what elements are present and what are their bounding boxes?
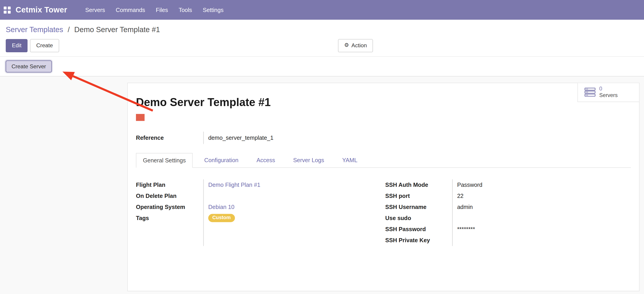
record-title: Demo Server Template #1 (136, 96, 631, 109)
tab-general-settings[interactable]: General Settings (136, 153, 193, 168)
apps-grid-icon[interactable] (4, 6, 10, 13)
servers-stat-label: Servers (599, 92, 618, 99)
top-navbar: Cetmix Tower Servers Commands Files Tool… (0, 0, 644, 20)
object-actions-bar: Create Server (0, 57, 644, 76)
create-button[interactable]: Create (30, 39, 59, 52)
action-button[interactable]: ⚙ Action (338, 39, 373, 52)
control-panel: Server Templates / Demo Server Template … (0, 20, 644, 57)
field-label-ssh-password: SSH Password (385, 224, 452, 235)
gear-icon: ⚙ (344, 42, 349, 49)
reference-value: demo_server_template_1 (203, 131, 274, 144)
field-label-ssh-username: SSH Username (385, 201, 452, 212)
breadcrumb-separator: / (68, 26, 70, 34)
field-value-ssh-password: ******** (457, 226, 475, 232)
field-column-left: Flight Plan On Delete Plan Operating Sys… (136, 179, 385, 246)
notebook-tabs: General Settings Configuration Access Se… (136, 153, 631, 168)
tag-badge-custom: Custom (208, 214, 235, 222)
nav-item-servers[interactable]: Servers (85, 7, 105, 13)
control-buttons-row: Edit Create ⚙ Action (0, 39, 644, 56)
breadcrumb-current: Demo Server Template #1 (74, 26, 160, 34)
field-value-ssh-username: admin (457, 204, 472, 210)
field-column-right: SSH Auth Mode SSH port SSH Username Use … (385, 179, 482, 246)
sheet-body: Demo Server Template #1 Reference demo_s… (128, 96, 639, 246)
action-button-label: Action (351, 42, 367, 49)
field-value-ssh-auth-mode: Password (457, 181, 482, 188)
servers-stat-button[interactable]: 0 Servers (578, 83, 639, 102)
field-value-flight-plan-link[interactable]: Demo Flight Plan #1 (208, 181, 260, 188)
reference-row: Reference demo_server_template_1 (136, 131, 631, 144)
brand-title[interactable]: Cetmix Tower (16, 6, 67, 15)
form-fields: Flight Plan On Delete Plan Operating Sys… (136, 179, 631, 246)
servers-stat-text: 0 Servers (599, 86, 618, 99)
servers-icon (584, 88, 596, 97)
nav-item-commands[interactable]: Commands (116, 7, 145, 13)
servers-stat-value: 0 (599, 86, 618, 92)
field-label-ssh-auth-mode: SSH Auth Mode (385, 179, 452, 190)
field-label-ssh-port: SSH port (385, 190, 452, 201)
field-label-flight-plan: Flight Plan (136, 179, 203, 190)
field-label-on-delete-plan: On Delete Plan (136, 190, 203, 201)
labels-right: SSH Auth Mode SSH port SSH Username Use … (385, 179, 452, 246)
edit-button[interactable]: Edit (6, 39, 28, 52)
nav-item-files[interactable]: Files (156, 7, 168, 13)
color-swatch[interactable] (136, 114, 144, 121)
breadcrumb: Server Templates / Demo Server Template … (0, 20, 644, 34)
field-value-ssh-port: 22 (457, 193, 463, 199)
nav-item-tools[interactable]: Tools (178, 7, 192, 13)
field-label-tags: Tags (136, 213, 203, 224)
page: Cetmix Tower Servers Commands Files Tool… (0, 0, 644, 294)
tab-access[interactable]: Access (250, 153, 282, 167)
breadcrumb-parent-link[interactable]: Server Templates (6, 26, 63, 34)
nav-item-settings[interactable]: Settings (203, 7, 224, 13)
tab-configuration[interactable]: Configuration (198, 153, 245, 167)
field-label-use-sudo: Use sudo (385, 213, 452, 224)
tab-yaml[interactable]: YAML (336, 153, 364, 167)
values-left: Demo Flight Plan #1 Debian 10 Custom (203, 179, 385, 246)
tab-server-logs[interactable]: Server Logs (286, 153, 331, 167)
reference-label: Reference (136, 134, 203, 141)
content-area: 0 Servers Demo Server Template #1 Refere… (0, 76, 644, 294)
field-label-ssh-private-key: SSH Private Key (385, 235, 452, 246)
field-label-operating-system: Operating System (136, 201, 203, 212)
labels-left: Flight Plan On Delete Plan Operating Sys… (136, 179, 203, 246)
values-right: Password 22 admin ******** (452, 179, 482, 246)
form-sheet: 0 Servers Demo Server Template #1 Refere… (127, 83, 640, 291)
create-server-button[interactable]: Create Server (6, 60, 52, 72)
main-menu: Servers Commands Files Tools Settings (85, 7, 224, 13)
field-value-operating-system-link[interactable]: Debian 10 (208, 204, 234, 210)
